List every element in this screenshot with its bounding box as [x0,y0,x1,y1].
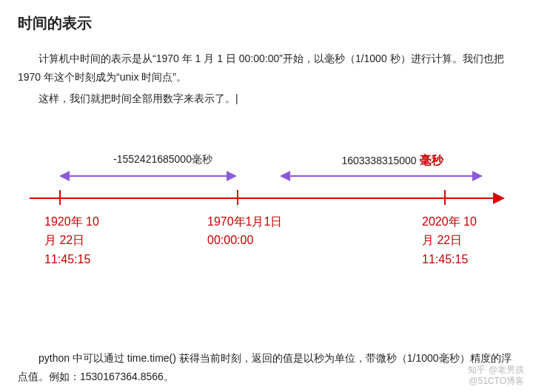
tick-1920 [59,190,61,205]
date-1920: 1920年 10 月 22日 11:45:15 [44,212,148,269]
paragraph-1: 计算机中时间的表示是从“1970 年 1 月 1 日 00:00:00”开始，以… [18,50,515,87]
tick-2020 [444,190,446,205]
arrow-right-span [281,175,481,177]
label-positive-ms: 1603338315000 毫秒 [311,153,474,169]
tick-1970 [237,190,238,205]
date-1970: 1970年1月1日 00:00:00 [207,212,326,250]
date-2020: 2020年 10 月 22日 11:45:15 [422,212,526,269]
footer-paragraph: python 中可以通过 time.time() 获得当前时刻，返回的值是以秒为… [18,349,515,386]
paragraph-2: 这样，我们就把时间全部用数字来表示了。| [18,89,515,108]
arrow-left-span [61,175,235,177]
label-negative-ms: -1552421685000毫秒 [89,153,237,166]
page-title: 时间的表示 [18,13,515,33]
timeline-axis [30,197,503,199]
timeline-diagram: -1552421685000毫秒 1603338315000 毫秒 1920年 … [30,146,503,286]
